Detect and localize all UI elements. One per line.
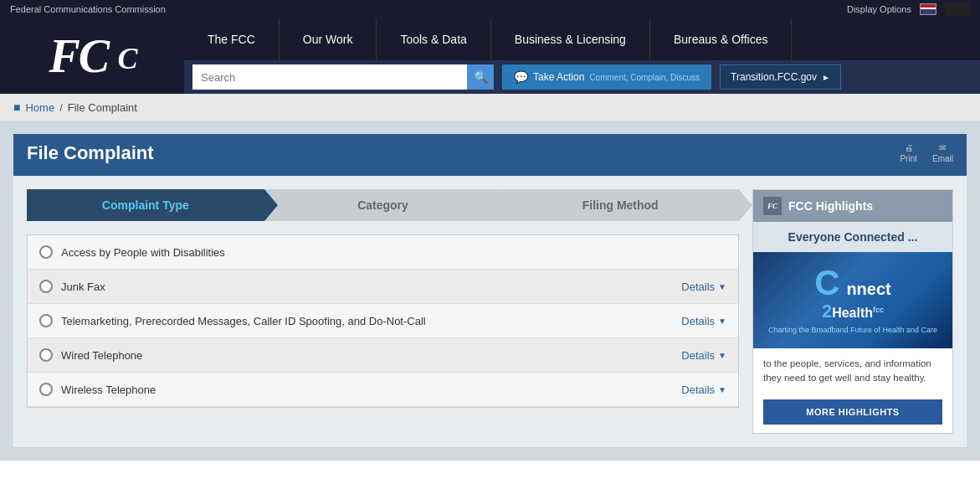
complaint-item-left-telemarketing: Telemarketing, Prerecorded Messages, Cal…	[39, 314, 426, 327]
complaint-label-telemarketing: Telemarketing, Prerecorded Messages, Cal…	[61, 315, 426, 327]
complaint-item-left-junk-fax: Junk Fax	[39, 280, 105, 293]
chevron-down-icon-2: ▼	[718, 317, 726, 326]
complaint-item-junk-fax: Junk Fax Details ▼	[28, 270, 738, 304]
complaint-item-left-wired: Wired Telephone	[39, 348, 142, 362]
radio-junk-fax[interactable]	[39, 280, 53, 293]
email-action[interactable]: ✉ Email	[932, 143, 953, 163]
breadcrumb-separator: /	[59, 101, 63, 114]
more-highlights-button[interactable]: MORE HIGHLIGHTS	[763, 399, 942, 425]
nav-item-business-licensing[interactable]: Business & Licensing	[491, 18, 650, 60]
connect-big-c: C	[814, 263, 839, 302]
complaint-label-junk-fax: Junk Fax	[61, 281, 105, 293]
nav-item-the-fcc[interactable]: The FCC	[184, 18, 280, 60]
breadcrumb-home-link[interactable]: Home	[25, 101, 54, 114]
connect-nnect: nnect	[846, 280, 890, 298]
contrast-toggle	[945, 3, 970, 16]
complaint-item-left-wireless: Wireless Telephone	[39, 383, 156, 396]
fcc-logo: FC C	[49, 33, 135, 80]
transition-button[interactable]: Transition.FCC.gov ►	[720, 64, 841, 90]
chevron-down-icon-3: ▼	[718, 351, 726, 360]
left-panel: Complaint Type Category Filing Method Ac…	[27, 189, 739, 434]
header: FC C The FCC Our Work Tools & Data Busin…	[0, 18, 980, 94]
complaint-item-access-disabilities: Access by People with Disabilities	[28, 235, 738, 270]
nav-area: The FCC Our Work Tools & Data Business &…	[184, 18, 980, 94]
right-panel: FC FCC Highlights Everyone Connected ...…	[752, 189, 953, 434]
email-icon: ✉	[939, 143, 946, 152]
flag-icon	[920, 3, 936, 15]
radio-telemarketing[interactable]	[39, 314, 53, 327]
complaint-label-wired-telephone: Wired Telephone	[61, 349, 142, 362]
search-container: 🔍	[192, 64, 494, 90]
highlights-image: C nnect 2Healthfcc Charting the Broadban…	[753, 252, 952, 348]
connect-subtitle: Charting the Broadband Future of Health …	[762, 326, 944, 336]
highlights-body: to the people, services, and information…	[753, 348, 952, 394]
highlights-section-title: Everyone Connected ...	[753, 222, 952, 252]
wizard-step-filing-method[interactable]: Filing Method	[501, 189, 739, 221]
transition-label: Transition.FCC.gov	[731, 71, 817, 83]
complaint-label-wireless-telephone: Wireless Telephone	[61, 384, 156, 396]
radio-wireless-telephone[interactable]	[39, 383, 53, 396]
complaint-label-access-disabilities: Access by People with Disabilities	[61, 246, 225, 259]
breadcrumb: ■ Home / File Complaint	[0, 94, 980, 121]
radio-wired-telephone[interactable]	[39, 348, 53, 362]
chevron-down-icon: ▼	[718, 282, 726, 291]
highlights-header: FC FCC Highlights	[753, 190, 952, 222]
print-action[interactable]: 🖨 Print	[900, 143, 917, 163]
complaint-item-telemarketing: Telemarketing, Prerecorded Messages, Cal…	[28, 304, 738, 338]
details-btn-wired-telephone[interactable]: Details ▼	[681, 349, 726, 362]
connect-2health: 2Healthfcc	[762, 301, 944, 322]
chevron-down-icon-4: ▼	[718, 385, 726, 394]
take-action-button[interactable]: 💬 Take Action Comment, Complain, Discuss	[502, 64, 711, 90]
take-action-label: Take Action	[533, 71, 584, 83]
nav-item-tools-data[interactable]: Tools & Data	[377, 18, 490, 60]
wizard-step-category[interactable]: Category	[264, 189, 502, 221]
take-action-sub: Comment, Complain, Discuss	[589, 73, 700, 82]
radio-access-disabilities[interactable]	[39, 245, 53, 259]
details-btn-telemarketing[interactable]: Details ▼	[681, 315, 726, 327]
display-options[interactable]: Display Options	[847, 4, 911, 14]
search-button[interactable]: 🔍	[467, 64, 494, 90]
page-title: File Complaint	[27, 142, 154, 164]
complaint-list: Access by People with Disabilities Junk …	[27, 234, 739, 408]
top-bar-right: Display Options	[847, 3, 970, 16]
connect-logo: C nnect 2Healthfcc Charting the Broadban…	[762, 265, 944, 336]
details-btn-junk-fax[interactable]: Details ▼	[681, 281, 726, 293]
arrow-right-icon: ►	[822, 73, 830, 82]
wizard-step-complaint-type[interactable]: Complaint Type	[27, 189, 264, 221]
highlights-box: FC FCC Highlights Everyone Connected ...…	[752, 189, 953, 434]
chat-icon: 💬	[514, 70, 528, 84]
breadcrumb-current: File Complaint	[68, 101, 137, 114]
search-input[interactable]	[192, 64, 467, 90]
wizard-steps: Complaint Type Category Filing Method	[27, 189, 739, 221]
main-content: File Complaint 🖨 Print ✉ Email Complaint…	[0, 121, 980, 461]
nav-item-bureaus-offices[interactable]: Bureaus & Offices	[650, 18, 793, 60]
nav-bottom: 🔍 💬 Take Action Comment, Complain, Discu…	[184, 60, 980, 94]
print-label: Print	[900, 154, 917, 163]
breadcrumb-bullet: ■	[13, 100, 20, 114]
logo-area: FC C	[0, 18, 184, 94]
details-btn-wireless-telephone[interactable]: Details ▼	[681, 384, 726, 396]
agency-name: Federal Communications Commission	[10, 4, 166, 14]
print-icon: 🖨	[905, 143, 913, 152]
top-bar: Federal Communications Commission Displa…	[0, 0, 980, 18]
nav-item-our-work[interactable]: Our Work	[280, 18, 377, 60]
complaint-item-wireless-telephone: Wireless Telephone Details ▼	[28, 373, 738, 407]
complaint-item-wired-telephone: Wired Telephone Details ▼	[28, 338, 738, 373]
email-label: Email	[932, 154, 953, 163]
complaint-item-left: Access by People with Disabilities	[39, 245, 225, 259]
highlights-title-label: FCC Highlights	[788, 199, 873, 213]
nav-menu: The FCC Our Work Tools & Data Business &…	[184, 18, 980, 60]
fcc-small-logo: FC	[763, 197, 782, 215]
page-title-actions: 🖨 Print ✉ Email	[900, 143, 953, 163]
